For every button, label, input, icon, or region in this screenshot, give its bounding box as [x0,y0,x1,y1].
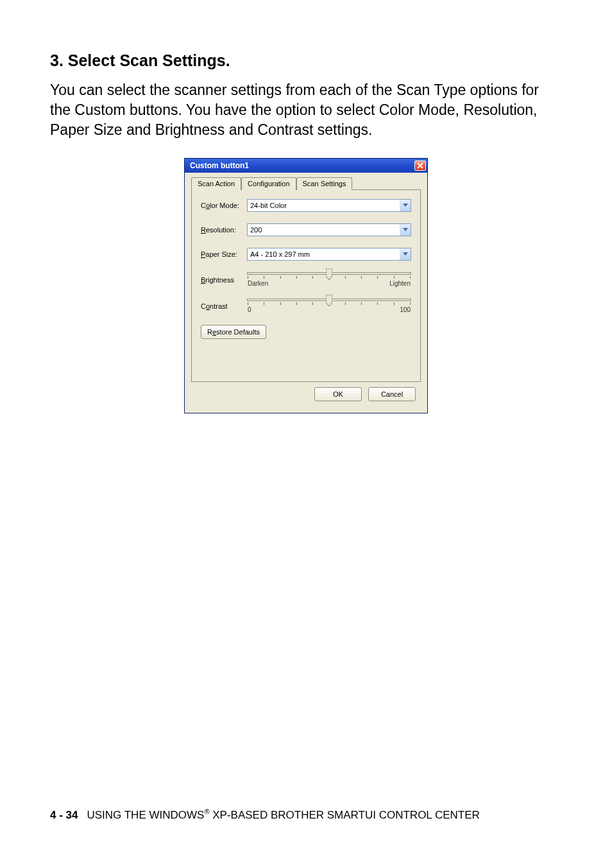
page-footer: 4 - 34 USING THE WINDOWS® XP-BASED BROTH… [50,808,480,822]
paper-size-label: Paper Size: [201,250,247,258]
scan-settings-dialog: Custom button1 Scan Action Configuration… [184,158,428,413]
cancel-button[interactable]: Cancel [368,387,416,401]
contrast-thumb[interactable] [326,295,332,306]
chevron-down-icon [400,248,411,260]
paper-size-select[interactable]: A4 - 210 x 297 mm [247,248,411,261]
color-mode-label: Color Mode: [201,202,247,209]
footer-text: USING THE WINDOWS® XP-BASED BROTHER SMAR… [87,808,479,822]
tab-scan-settings[interactable]: Scan Settings [296,177,353,190]
color-mode-value: 24-bit Color [250,202,287,209]
color-mode-select[interactable]: 24-bit Color [247,199,411,212]
paper-size-value: A4 - 210 x 297 mm [250,250,310,258]
section-heading: 3. Select Scan Settings. [50,51,562,70]
dialog-title: Custom button1 [190,161,249,170]
close-icon [417,162,423,169]
resolution-select[interactable]: 200 [247,223,411,236]
resolution-value: 200 [250,226,262,234]
brightness-label: Brightness [201,276,247,284]
brightness-thumb[interactable] [326,268,332,280]
dialog-tabs: Scan Action Configuration Scan Settings [191,177,421,190]
brightness-slider[interactable] [247,272,411,275]
chevron-down-icon [400,200,411,211]
page-number: 4 - 34 [50,809,78,822]
resolution-label: Resolution: [201,226,247,234]
brightness-left-label: Darken [248,280,268,287]
tab-scan-action[interactable]: Scan Action [191,177,241,190]
close-button[interactable] [414,161,426,171]
contrast-label: Contrast [201,302,247,310]
dialog-titlebar: Custom button1 [185,159,427,173]
tab-configuration[interactable]: Configuration [241,177,296,190]
contrast-slider[interactable] [247,299,411,301]
ok-button[interactable]: OK [314,387,362,401]
brightness-right-label: Lighten [389,280,411,287]
contrast-right-label: 100 [400,306,411,313]
restore-defaults-button[interactable]: Restore Defaults [201,325,266,339]
contrast-left-label: 0 [248,306,251,313]
section-paragraph: You can select the scanner settings from… [50,80,562,140]
chevron-down-icon [400,224,411,236]
tab-panel: Color Mode: 24-bit Color Resolution: 200 [191,189,421,382]
